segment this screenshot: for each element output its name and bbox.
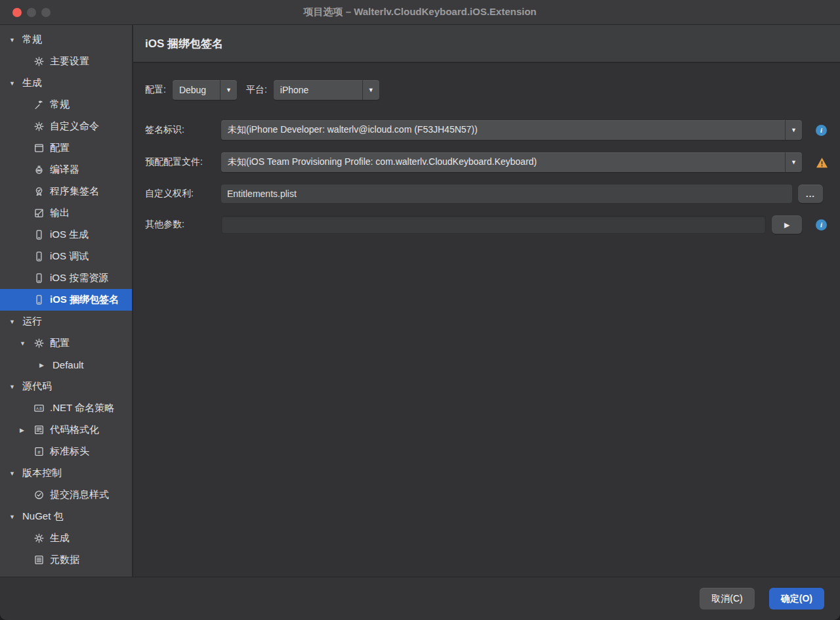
sidebar-item[interactable]: 编译器 [0, 159, 132, 181]
expander-down-icon[interactable]: ▼ [9, 514, 22, 520]
settings-form: 配置: Debug ▼ 平台: iPhone ▼ 签名标识: 未知(iPh [133, 63, 840, 577]
sidebar-item-label: 元数据 [50, 554, 79, 566]
sidebar-item-label: 源代码 [22, 380, 52, 393]
sidebar-item[interactable]: A.B.NET 命名策略 [0, 397, 132, 419]
sidebar-item[interactable]: 自定义命令 [0, 116, 132, 137]
sidebar-item[interactable]: ▼版本控制 [0, 462, 132, 484]
expander-down-icon[interactable]: ▼ [9, 470, 22, 477]
gear-icon [33, 533, 45, 544]
codeformat-icon [33, 424, 45, 435]
signing-identity-value: 未知(iPhone Developer: walterlv@icloud.com… [221, 124, 785, 136]
sidebar-item-label: 配置 [50, 142, 70, 154]
signing-identity-row: 签名标识: 未知(iPhone Developer: walterlv@iclo… [145, 120, 828, 140]
additional-args-row: 其他参数: ▶ i [145, 215, 828, 234]
hash-icon: # [33, 446, 45, 457]
expander-down-icon[interactable]: ▼ [9, 319, 22, 325]
warning-icon[interactable] [816, 157, 827, 168]
sidebar-item-label: 代码格式化 [50, 424, 99, 436]
chevron-down-icon: ▼ [785, 152, 802, 172]
titlebar: 项目选项 – Walterlv.CloudKeyboard.iOS.Extens… [0, 0, 840, 25]
provisioning-profile-row: 预配配置文件: 未知(iOS Team Provisioning Profile… [145, 152, 828, 172]
sidebar-item[interactable]: #标准标头 [0, 441, 132, 462]
sidebar-item-label: 版本控制 [22, 467, 62, 479]
window-icon [33, 143, 45, 154]
sidebar-item[interactable]: ▶代码格式化 [0, 419, 132, 441]
ok-button[interactable]: 确定(O) [769, 588, 824, 609]
sidebar-item[interactable]: iOS 按需资源 [0, 267, 132, 289]
sidebar-item[interactable]: 程序集签名 [0, 181, 132, 202]
custom-entitlements-label: 自定义权利: [145, 188, 221, 200]
sidebar-item-label: Default [52, 359, 84, 370]
sidebar-tree: ▼常规主要设置▼生成常规自定义命令配置编译器程序集签名输出iOS 生成iOS 调… [0, 25, 133, 577]
sidebar-item-label: iOS 生成 [50, 229, 89, 241]
sidebar-item[interactable]: ▶Default [0, 354, 132, 376]
dialog-footer: 取消(C) 确定(O) [0, 577, 840, 620]
sidebar-item-label: 提交消息样式 [50, 489, 109, 501]
expander-right-icon[interactable]: ▶ [39, 362, 52, 368]
expander-down-icon[interactable]: ▼ [20, 340, 33, 347]
provisioning-profile-value: 未知(iOS Team Provisioning Profile: com.wa… [221, 156, 785, 168]
sidebar-item[interactable]: 提交消息样式 [0, 484, 132, 506]
sidebar-item[interactable]: 元数据 [0, 549, 132, 571]
config-label: 配置: [145, 84, 166, 96]
sidebar-item[interactable]: 输出 [0, 202, 132, 224]
configuration-row: 配置: Debug ▼ 平台: iPhone ▼ [145, 80, 828, 100]
ab-icon: A.B [33, 403, 45, 414]
custom-entitlements-row: 自定义权利: ... [145, 185, 828, 203]
sidebar-item-label: NuGet 包 [22, 510, 64, 523]
expander-right-icon[interactable]: ▶ [20, 427, 33, 433]
main-content: iOS 捆绑包签名 配置: Debug ▼ 平台: iPhone ▼ [133, 25, 840, 577]
sidebar-item[interactable]: ▼NuGet 包 [0, 506, 132, 527]
sidebar-item[interactable]: iOS 生成 [0, 224, 132, 246]
expander-down-icon[interactable]: ▼ [9, 80, 22, 87]
sidebar-item-label: 常规 [50, 99, 70, 111]
output-icon [33, 208, 45, 219]
sidebar-item[interactable]: 常规 [0, 94, 132, 116]
config-dropdown[interactable]: Debug ▼ [173, 80, 237, 100]
custom-entitlements-input[interactable] [221, 185, 792, 203]
sidebar-item[interactable]: 配置 [0, 137, 132, 159]
sidebar-item-label: 生成 [22, 77, 42, 89]
sidebar-item[interactable]: ▼运行 [0, 311, 132, 332]
sidebar-item-label: iOS 按需资源 [50, 272, 108, 284]
sidebar-item-label: 常规 [22, 33, 42, 46]
checkcircle-icon [33, 489, 45, 500]
gear-icon [33, 56, 45, 67]
sidebar-item[interactable]: 生成 [0, 527, 132, 549]
sidebar-item[interactable]: iOS 调试 [0, 246, 132, 267]
sidebar-item[interactable]: iOS 捆绑包签名 [0, 289, 132, 311]
phone-icon [33, 251, 45, 262]
platform-dropdown[interactable]: iPhone ▼ [274, 80, 379, 100]
sidebar-item-label: 程序集签名 [50, 185, 99, 198]
expander-down-icon[interactable]: ▼ [9, 384, 22, 390]
provisioning-profile-label: 预配配置文件: [145, 156, 221, 168]
sidebar-item[interactable]: ▼配置 [0, 332, 132, 354]
sidebar-item[interactable]: ▼源代码 [0, 376, 132, 397]
chevron-down-icon: ▼ [362, 80, 379, 100]
platform-dropdown-value: iPhone [274, 85, 362, 95]
phone-icon [33, 273, 45, 284]
sidebar-item[interactable]: ▼生成 [0, 72, 132, 94]
compiler-icon [33, 164, 45, 175]
hammer-icon [33, 99, 45, 110]
additional-args-input[interactable] [221, 215, 766, 234]
sidebar-item-label: 编译器 [50, 164, 79, 176]
insert-arg-button[interactable]: ▶ [772, 215, 802, 234]
provisioning-profile-dropdown[interactable]: 未知(iOS Team Provisioning Profile: com.wa… [221, 152, 802, 172]
cancel-button[interactable]: 取消(C) [700, 588, 754, 609]
sidebar-item-label: 运行 [22, 315, 42, 328]
sidebar-item[interactable]: ▼常规 [0, 29, 132, 51]
sidebar-item-label: 标准标头 [50, 445, 89, 458]
lines-icon [33, 554, 45, 565]
info-icon[interactable]: i [816, 219, 827, 231]
info-icon[interactable]: i [816, 125, 827, 136]
expander-down-icon[interactable]: ▼ [9, 37, 22, 43]
additional-args-label: 其他参数: [145, 219, 221, 231]
sidebar-item-label: .NET 命名策略 [50, 402, 114, 414]
sidebar-item[interactable]: 主要设置 [0, 51, 132, 72]
page-header: iOS 捆绑包签名 [133, 25, 840, 63]
sidebar-item-label: iOS 调试 [50, 250, 89, 263]
signing-identity-dropdown[interactable]: 未知(iPhone Developer: walterlv@icloud.com… [221, 120, 802, 140]
phone-icon [33, 229, 45, 240]
browse-button[interactable]: ... [798, 185, 823, 203]
